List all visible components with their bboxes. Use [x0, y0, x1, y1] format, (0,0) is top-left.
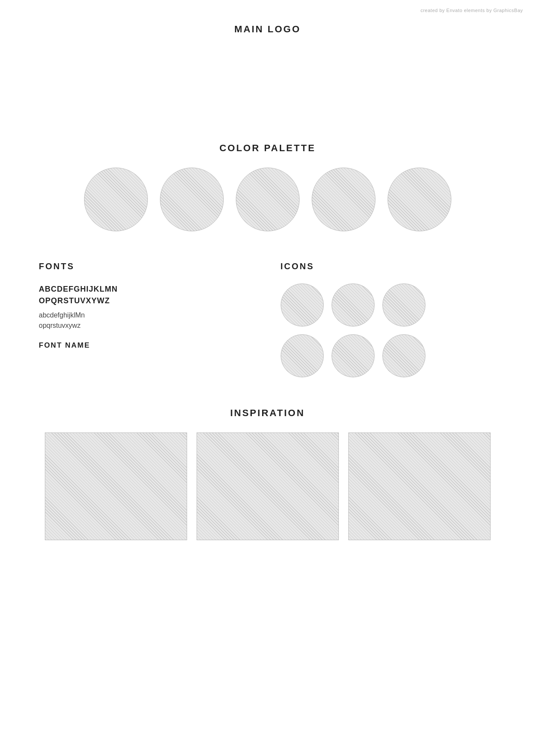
inspiration-images-container: [26, 432, 509, 540]
palette-section: COLOR PALETTE: [0, 143, 535, 231]
logo-section-title: MAIN LOGO: [0, 24, 535, 35]
logo-placeholder: [199, 48, 337, 117]
watermark-text: created by Envato elements by GraphicsBa…: [420, 8, 523, 13]
font-name-label: FONT NAME: [39, 341, 268, 350]
icon-circle-3: [382, 283, 425, 327]
icon-circle-5: [332, 334, 375, 377]
inspiration-image-2: [197, 432, 339, 540]
palette-circles-container: [0, 168, 535, 231]
icons-section-title: ICONS: [281, 261, 510, 271]
palette-circle-2: [160, 168, 224, 231]
page: created by Envato elements by GraphicsBa…: [0, 0, 535, 756]
logo-section: MAIN LOGO: [0, 0, 535, 117]
font-uppercase-sample: ABCDEFGHIJKLMNOPQRSTUVXYWZ: [39, 283, 268, 307]
palette-section-title: COLOR PALETTE: [0, 143, 535, 154]
fonts-section-title: FONTS: [39, 261, 268, 271]
inspiration-section-title: INSPIRATION: [26, 408, 509, 419]
icon-circle-6: [382, 334, 425, 377]
icon-circle-2: [332, 283, 375, 327]
palette-circle-5: [388, 168, 451, 231]
icons-grid: [281, 283, 510, 377]
icons-column: ICONS: [268, 261, 510, 377]
font-lowercase-sample: abcdefghijklMnopqrstuvxywz: [39, 310, 268, 331]
palette-circle-4: [312, 168, 375, 231]
inspiration-section: INSPIRATION: [0, 408, 535, 566]
fonts-icons-section: FONTS ABCDEFGHIJKLMNOPQRSTUVXYWZ abcdefg…: [0, 261, 535, 377]
icon-circle-1: [281, 283, 324, 327]
inspiration-image-1: [45, 432, 187, 540]
icon-circle-4: [281, 334, 324, 377]
inspiration-image-3: [348, 432, 491, 540]
palette-circle-3: [236, 168, 300, 231]
palette-circle-1: [84, 168, 148, 231]
fonts-column: FONTS ABCDEFGHIJKLMNOPQRSTUVXYWZ abcdefg…: [26, 261, 268, 377]
